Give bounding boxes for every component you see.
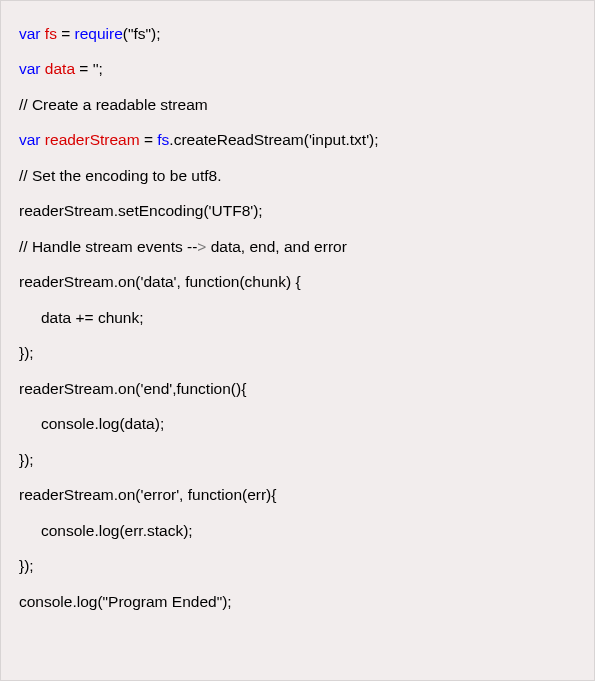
code-token: console.log(data); [41, 415, 164, 432]
code-token: data, end, and error [206, 238, 346, 255]
code-line: console.log(data); [19, 413, 576, 435]
code-token: fs [157, 131, 169, 148]
code-token: // Handle stream events -- [19, 238, 197, 255]
code-line: data += chunk; [19, 307, 576, 329]
code-token: readerStream.on('error', function(err){ [19, 486, 276, 503]
code-token: console.log(err.stack); [41, 522, 193, 539]
code-token: var [19, 60, 45, 77]
code-token: var [19, 25, 45, 42]
code-token: .createReadStream('input.txt'); [169, 131, 378, 148]
code-line: // Set the encoding to be utf8. [19, 165, 576, 187]
code-line: readerStream.setEncoding('UTF8'); [19, 200, 576, 222]
code-line: console.log("Program Ended"); [19, 591, 576, 613]
code-token: = [57, 25, 75, 42]
code-token: }); [19, 344, 34, 361]
code-token: }); [19, 557, 34, 574]
code-line: // Handle stream events --> data, end, a… [19, 236, 576, 258]
code-line: var readerStream = fs.createReadStream('… [19, 129, 576, 151]
code-token: // Set the encoding to be utf8. [19, 167, 222, 184]
code-block: var fs = require("fs");var data = '';// … [19, 23, 576, 613]
code-token: ("fs"); [123, 25, 161, 42]
code-token: = ''; [75, 60, 103, 77]
code-token: data [45, 60, 75, 77]
code-token: require [75, 25, 123, 42]
code-token: }); [19, 451, 34, 468]
code-line: console.log(err.stack); [19, 520, 576, 542]
code-token: fs [45, 25, 57, 42]
code-line: readerStream.on('error', function(err){ [19, 484, 576, 506]
code-token: readerStream.setEncoding('UTF8'); [19, 202, 263, 219]
code-token: // Create a readable stream [19, 96, 208, 113]
code-line: var fs = require("fs"); [19, 23, 576, 45]
code-line: }); [19, 555, 576, 577]
code-line: }); [19, 342, 576, 364]
code-line: readerStream.on('end',function(){ [19, 378, 576, 400]
code-token: var [19, 131, 45, 148]
code-line: // Create a readable stream [19, 94, 576, 116]
code-line: readerStream.on('data', function(chunk) … [19, 271, 576, 293]
code-line: }); [19, 449, 576, 471]
code-token: readerStream.on('data', function(chunk) … [19, 273, 301, 290]
code-token: console.log("Program Ended"); [19, 593, 232, 610]
code-line: var data = ''; [19, 58, 576, 80]
code-token: = [140, 131, 158, 148]
code-token: data += chunk; [41, 309, 144, 326]
code-token: readerStream.on('end',function(){ [19, 380, 246, 397]
code-token: readerStream [45, 131, 140, 148]
